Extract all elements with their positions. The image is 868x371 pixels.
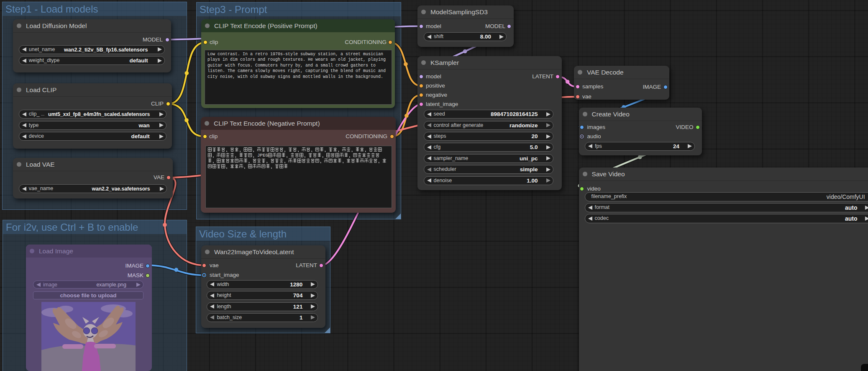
svg-text:JPEG: JPEG (257, 153, 268, 158)
